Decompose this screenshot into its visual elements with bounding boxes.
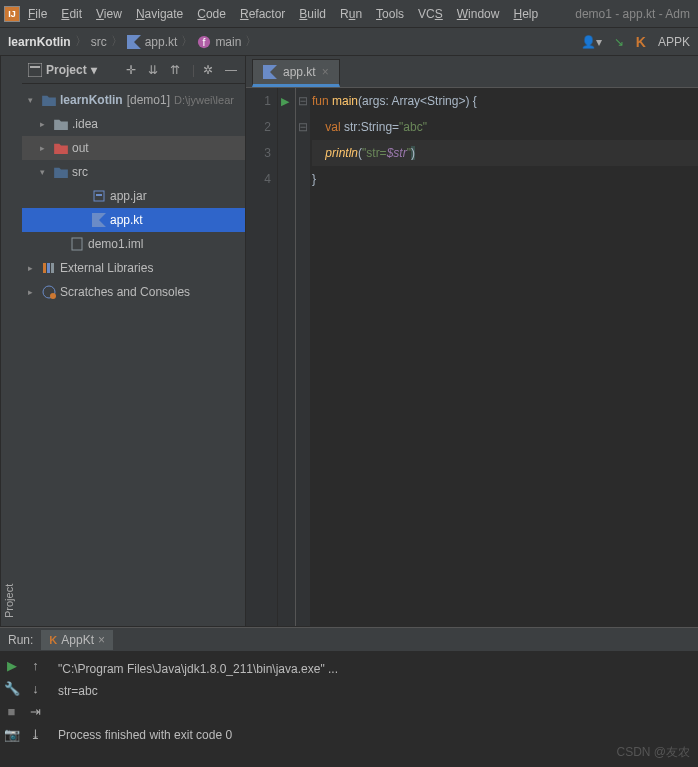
collapse-all-icon[interactable]: ⇊ (148, 63, 162, 77)
chevron-right-icon: ▸ (28, 263, 38, 273)
kotlin-icon: K (636, 34, 646, 50)
code-editor[interactable]: 1 2 3 4 ▶ ⊟⊟ fun main(args: Array<String… (246, 88, 698, 626)
watermark: CSDN @友农 (616, 744, 690, 761)
chevron-down-icon: ▾ (28, 95, 38, 105)
function-icon: f (197, 35, 211, 49)
chevron-right-icon: ▸ (28, 287, 38, 297)
tree-src-folder[interactable]: ▾ src (22, 160, 245, 184)
chevron-right-icon: ▸ (40, 143, 50, 153)
svg-marker-14 (263, 65, 277, 79)
menu-build[interactable]: Build (293, 5, 332, 23)
run-config-tab[interactable]: K AppKt × (41, 630, 113, 650)
navigation-bar: learnKotlin 〉 src 〉 app.kt 〉 f main 〉 👤▾… (0, 28, 698, 56)
library-icon (42, 261, 56, 275)
menu-window[interactable]: Window (451, 5, 506, 23)
camera-icon[interactable]: 📷 (4, 727, 20, 742)
breadcrumb-folder[interactable]: src (91, 35, 107, 49)
project-panel: Project ▾ ✛ ⇊ ⇈ | ✲ — ▾ learnKotlin [dem… (22, 56, 246, 626)
run-config-name[interactable]: APPK (658, 35, 690, 49)
tree-demo-iml[interactable]: ▸ demo1.iml (22, 232, 245, 256)
svg-text:f: f (203, 35, 206, 47)
menu-navigate[interactable]: Navigate (130, 5, 189, 23)
down-arrow-icon[interactable]: ↓ (32, 681, 39, 696)
editor-tab-appkt[interactable]: app.kt × (252, 59, 340, 87)
kotlin-file-icon (92, 213, 106, 227)
menu-view[interactable]: View (90, 5, 128, 23)
expand-all-icon[interactable]: ⇈ (170, 63, 184, 77)
menu-edit[interactable]: Edit (55, 5, 88, 23)
svg-point-13 (50, 293, 56, 299)
iml-file-icon (70, 237, 84, 251)
up-arrow-icon[interactable]: ↑ (32, 658, 39, 673)
menu-code[interactable]: Code (191, 5, 232, 23)
hide-panel-icon[interactable]: — (225, 63, 239, 77)
build-hammer-icon[interactable]: ↘ (614, 35, 624, 49)
module-folder-icon (42, 94, 56, 106)
menu-file[interactable]: File (22, 5, 53, 23)
soft-wrap-icon[interactable]: ⇥ (30, 704, 41, 719)
svg-rect-8 (72, 238, 82, 250)
kotlin-file-icon (127, 35, 141, 49)
excluded-folder-icon (54, 142, 68, 154)
folder-icon (54, 118, 68, 130)
chevron-right-icon: 〉 (181, 33, 193, 50)
menu-tools[interactable]: Tools (370, 5, 410, 23)
menu-run[interactable]: Run (334, 5, 368, 23)
menu-vcs[interactable]: VCS (412, 5, 449, 23)
settings-gear-icon[interactable]: ✲ (203, 63, 217, 77)
menu-refactor[interactable]: Refactor (234, 5, 291, 23)
project-toolwindow-tab[interactable]: Project (0, 56, 22, 626)
close-icon[interactable]: × (98, 633, 105, 647)
run-toolwindow: Run: K AppKt × ▶ 🔧 ■ 📷 ↑ ↓ ⇥ ⤓ "C:\Progr… (0, 627, 698, 767)
kotlin-icon: K (49, 634, 57, 646)
breadcrumb: learnKotlin 〉 src 〉 app.kt 〉 f main 〉 (8, 33, 257, 50)
close-tab-icon[interactable]: × (322, 65, 329, 79)
tree-app-jar[interactable]: ▸ app.jar (22, 184, 245, 208)
tree-external-libraries[interactable]: ▸ External Libraries (22, 256, 245, 280)
tree-root[interactable]: ▾ learnKotlin [demo1] D:\jywei\lear (22, 88, 245, 112)
svg-marker-7 (92, 213, 106, 227)
tree-scratches[interactable]: ▸ Scratches and Consoles (22, 280, 245, 304)
chevron-right-icon: ▸ (40, 119, 50, 129)
chevron-right-icon: 〉 (75, 33, 87, 50)
tree-out-folder[interactable]: ▸ out (22, 136, 245, 160)
tree-app-kt[interactable]: ▸ app.kt (22, 208, 245, 232)
fold-gutter: ⊟⊟ (296, 88, 310, 626)
svg-rect-11 (51, 263, 54, 273)
scroll-end-icon[interactable]: ⤓ (30, 727, 41, 742)
output-line: str=abc (58, 680, 688, 702)
breadcrumb-function[interactable]: main (215, 35, 241, 49)
tree-idea-folder[interactable]: ▸ .idea (22, 112, 245, 136)
panel-title: Project ▾ (28, 63, 97, 77)
run-output[interactable]: "C:\Program Files\Java\jdk1.8.0_211\bin\… (48, 652, 698, 767)
breadcrumb-project[interactable]: learnKotlin (8, 35, 71, 49)
source-folder-icon (54, 166, 68, 178)
svg-rect-3 (28, 63, 42, 77)
chevron-right-icon: 〉 (111, 33, 123, 50)
svg-rect-6 (96, 194, 102, 196)
user-icon[interactable]: 👤▾ (581, 35, 602, 49)
chevron-down-icon: ▾ (40, 167, 50, 177)
scratches-icon (42, 285, 56, 299)
locate-icon[interactable]: ✛ (126, 63, 140, 77)
project-icon (28, 63, 42, 77)
kotlin-file-icon (263, 65, 277, 79)
window-title: demo1 - app.kt - Adm (575, 7, 694, 21)
run-gutter-icon[interactable]: ▶ (278, 88, 295, 114)
menu-help[interactable]: Help (507, 5, 544, 23)
chevron-right-icon: 〉 (245, 33, 257, 50)
svg-rect-10 (47, 263, 50, 273)
svg-marker-0 (127, 35, 141, 49)
wrench-icon[interactable]: 🔧 (4, 681, 20, 696)
jar-file-icon (92, 189, 106, 203)
run-label: Run: (8, 633, 33, 647)
breadcrumb-file[interactable]: app.kt (145, 35, 178, 49)
svg-rect-9 (43, 263, 46, 273)
menu-bar: IJ File Edit View Navigate Code Refactor… (0, 0, 698, 28)
rerun-icon[interactable]: ▶ (7, 658, 17, 673)
svg-rect-4 (30, 66, 40, 68)
line-number-gutter: 1 2 3 4 (246, 88, 278, 626)
stop-icon[interactable]: ■ (8, 704, 16, 719)
editor-area: app.kt × 1 2 3 4 ▶ ⊟⊟ fun main(args: Arr… (246, 56, 698, 626)
output-exit-line: Process finished with exit code 0 (58, 724, 688, 746)
